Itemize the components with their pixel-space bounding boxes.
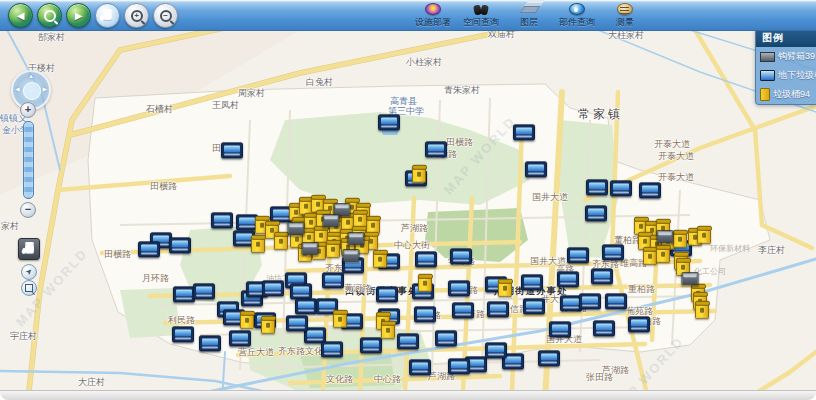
underground-bin-marker[interactable]	[321, 341, 343, 357]
underground-bin-marker[interactable]	[193, 283, 215, 299]
trash-bin-marker[interactable]	[333, 311, 347, 328]
trash-bin-marker[interactable]	[274, 233, 288, 250]
underground-bin-marker[interactable]	[639, 182, 661, 198]
legend-item-hook-arm-box[interactable]: 钩臂箱39	[756, 47, 816, 66]
underground-bin-marker[interactable]	[487, 301, 509, 317]
hand-icon	[25, 244, 34, 254]
underground-bin-marker[interactable]	[579, 293, 601, 309]
trash-bin-marker[interactable]	[695, 302, 709, 319]
forward-globe-icon[interactable]: ▶	[66, 3, 91, 28]
underground-bin-marker[interactable]	[521, 274, 543, 290]
underground-bin-marker[interactable]	[591, 268, 613, 284]
trash-bin-marker[interactable]	[373, 251, 387, 268]
underground-bin-marker[interactable]	[523, 298, 545, 314]
hook-arm-box-marker[interactable]	[343, 249, 360, 262]
hook-arm-box-marker[interactable]	[682, 272, 699, 285]
hook-arm-box-marker[interactable]	[657, 230, 674, 243]
underground-bin-marker[interactable]	[485, 342, 507, 358]
hook-arm-box-marker[interactable]	[302, 242, 319, 255]
underground-bin-marker[interactable]	[450, 248, 472, 264]
underground-bin-marker[interactable]	[169, 237, 191, 253]
hook-arm-box-marker[interactable]	[348, 232, 365, 245]
pan-hand-icon	[103, 11, 112, 21]
map-label: 黄河路	[344, 282, 371, 295]
zoom-in-icon[interactable]: +	[124, 3, 149, 28]
toolbar-button-3[interactable]: 图层	[508, 2, 550, 29]
trash-bin-marker[interactable]	[412, 166, 426, 183]
underground-bin-marker[interactable]	[414, 306, 436, 322]
underground-bin-marker[interactable]	[549, 321, 571, 337]
underground-bin-marker[interactable]	[376, 286, 398, 302]
legend-item-underground-bin[interactable]: 地下垃圾桶	[756, 66, 816, 85]
underground-bin-marker[interactable]	[557, 271, 579, 287]
underground-bin-marker[interactable]	[610, 180, 632, 196]
trash-bin-marker[interactable]	[326, 241, 340, 258]
underground-bin-marker[interactable]	[322, 272, 344, 288]
underground-bin-marker[interactable]	[199, 335, 221, 351]
underground-bin-marker[interactable]	[435, 330, 457, 346]
hook-arm-box-marker[interactable]	[323, 214, 340, 227]
underground-bin-marker[interactable]	[513, 124, 535, 140]
underground-bin-marker[interactable]	[378, 114, 400, 130]
zoom-box-button[interactable]	[21, 280, 37, 296]
underground-bin-marker[interactable]	[605, 293, 627, 309]
trash-bin-marker[interactable]	[251, 236, 265, 253]
zoom-out-icon[interactable]: −	[153, 3, 178, 28]
search-globe-icon[interactable]	[37, 3, 62, 28]
slider-zoom-out-button[interactable]: −	[20, 202, 36, 218]
underground-bin-marker[interactable]	[211, 212, 233, 228]
trash-bin-marker[interactable]	[673, 231, 687, 248]
underground-bin-marker[interactable]	[173, 286, 195, 302]
toolbar-button-5[interactable]: 测量	[604, 2, 646, 29]
map-label: 王凤村	[212, 99, 239, 112]
legend-item-label: 垃圾桶94	[773, 88, 810, 101]
toolbar-button-4[interactable]: 部件查询	[556, 2, 598, 29]
underground-bin-marker[interactable]	[415, 251, 437, 267]
underground-bin-marker[interactable]	[567, 247, 589, 263]
underground-bin-marker[interactable]	[286, 315, 308, 331]
underground-bin-marker[interactable]	[425, 141, 447, 157]
underground-bin-marker[interactable]	[448, 358, 470, 374]
toolbar-button-1[interactable]: 设施部署	[412, 2, 454, 29]
trash-bin-marker[interactable]	[261, 317, 275, 334]
toolbar-button-2[interactable]: 空间查询	[460, 2, 502, 29]
pan-hand-icon[interactable]	[95, 3, 120, 28]
underground-bin-marker[interactable]	[409, 359, 431, 375]
underground-bin-marker[interactable]	[525, 161, 547, 177]
underground-bin-marker[interactable]	[262, 280, 284, 296]
trash-bin-marker[interactable]	[498, 280, 512, 297]
underground-bin-marker[interactable]	[172, 326, 194, 342]
underground-bin-marker[interactable]	[229, 330, 251, 346]
underground-bin-marker[interactable]	[290, 283, 312, 299]
underground-bin-marker[interactable]	[138, 241, 160, 257]
pan-tool-button[interactable]	[18, 238, 40, 260]
trash-bin-marker[interactable]	[418, 275, 432, 292]
back-globe-icon[interactable]: ◀	[8, 3, 33, 28]
legend-title: 图例	[756, 29, 816, 47]
trash-bin-marker[interactable]	[240, 312, 254, 329]
underground-bin-marker[interactable]	[448, 280, 470, 296]
slider-zoom-in-button[interactable]: +	[20, 102, 36, 118]
underground-bin-marker[interactable]	[602, 244, 624, 260]
underground-bin-marker[interactable]	[360, 337, 382, 353]
underground-bin-marker[interactable]	[593, 320, 615, 336]
underground-bin-marker[interactable]	[585, 205, 607, 221]
legend-item-trash-bin[interactable]: 垃圾桶94	[756, 85, 816, 104]
zoom-slider[interactable]	[23, 121, 34, 199]
underground-bin-marker[interactable]	[628, 316, 650, 332]
previous-extent-button[interactable]: ➤	[21, 264, 37, 280]
toolbar-button-label: 设施部署	[415, 16, 451, 29]
pan-center-knob[interactable]	[23, 82, 41, 100]
underground-bin-marker[interactable]	[538, 350, 560, 366]
trash-bin-marker[interactable]	[697, 227, 711, 244]
hook-arm-box-marker[interactable]	[288, 222, 305, 235]
trash-bin-marker[interactable]	[656, 246, 670, 263]
map-canvas[interactable]: 郜家村于楼村石槽村家村宇庄村大庄村大柱家村双庙村小柱家村白兔村周家村王凤村青朱家…	[0, 30, 816, 392]
underground-bin-marker[interactable]	[586, 179, 608, 195]
underground-bin-marker[interactable]	[221, 142, 243, 158]
underground-bin-marker[interactable]	[295, 298, 317, 314]
trash-bin-marker[interactable]	[381, 322, 395, 339]
trash-bin-marker[interactable]	[643, 248, 657, 265]
underground-bin-marker[interactable]	[397, 333, 419, 349]
underground-bin-marker[interactable]	[452, 302, 474, 318]
